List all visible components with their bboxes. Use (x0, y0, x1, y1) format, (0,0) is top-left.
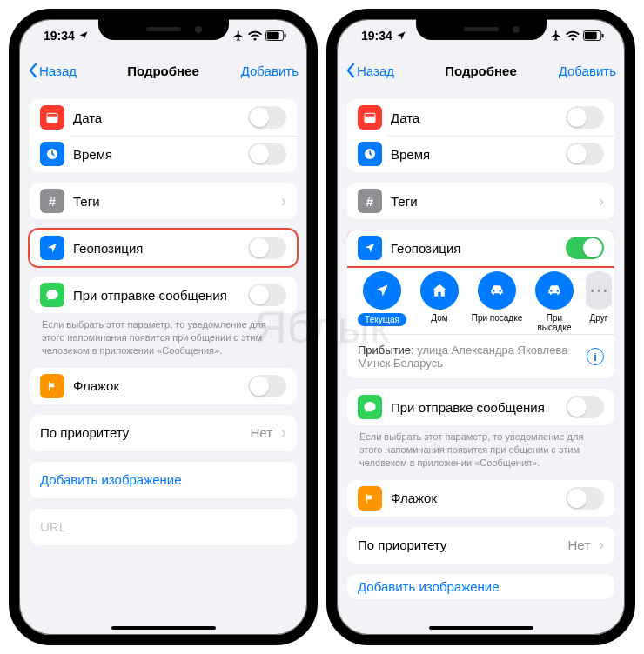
row-label: Дата (391, 110, 557, 125)
priority-value: Нет (250, 425, 272, 440)
location-option-other[interactable]: ⋯ Друг (586, 271, 612, 323)
info-icon[interactable]: i (587, 348, 604, 365)
toggle-messaging[interactable] (566, 396, 604, 418)
chevron-left-icon (28, 63, 37, 78)
location-option-getting-in[interactable]: При посадке (471, 271, 523, 323)
location-option-current[interactable]: Текущая (356, 271, 408, 326)
home-icon (420, 271, 459, 310)
row-tags[interactable]: # Теги › (30, 183, 297, 219)
row-date[interactable]: Дата (30, 99, 297, 136)
toggle-location[interactable] (248, 237, 286, 259)
clock-icon (40, 142, 64, 166)
row-label: Время (391, 147, 557, 162)
row-location[interactable]: Геопозиция (347, 230, 614, 266)
row-label: По приоритету (358, 537, 559, 552)
row-priority[interactable]: По приоритету Нет › (347, 527, 614, 564)
row-messaging[interactable]: При отправке сообщения (30, 277, 297, 313)
row-label: Геопозиция (391, 241, 557, 256)
row-url[interactable]: URL (30, 509, 297, 545)
group-priority: По приоритету Нет › (30, 415, 297, 451)
row-flag[interactable]: Флажок (30, 368, 297, 404)
toggle-time[interactable] (566, 143, 604, 165)
url-placeholder: URL (40, 519, 66, 534)
row-messaging[interactable]: При отправке сообщения (347, 389, 614, 425)
nav-bar: Назад Подробнее Добавить (337, 52, 625, 89)
svg-rect-2 (285, 34, 286, 38)
row-location[interactable]: Геопозиция (30, 230, 297, 266)
home-indicator[interactable] (111, 626, 216, 630)
group-add-image: Добавить изображение (30, 462, 297, 498)
toggle-flag[interactable] (566, 487, 604, 510)
toggle-location-on[interactable] (566, 237, 604, 259)
battery-icon (583, 30, 604, 41)
row-label: По приоритету (40, 425, 241, 440)
group-location-expanded: Геопозиция Текущая Дом (347, 230, 614, 378)
status-time: 19:34 (44, 29, 75, 43)
row-tags[interactable]: # Теги › (347, 183, 614, 219)
location-icon (40, 236, 64, 260)
airplane-icon (232, 30, 245, 42)
group-priority: По приоритету Нет › (347, 527, 614, 564)
arrival-label: Прибытие: (358, 344, 414, 357)
toggle-date[interactable] (248, 106, 286, 129)
location-option-getting-out[interactable]: При высадке (528, 271, 580, 332)
row-label: Флажок (391, 490, 557, 505)
content-left[interactable]: Дата Время # Теги › (19, 89, 307, 635)
group-flag: Флажок (30, 368, 297, 404)
add-image-link: Добавить изображение (40, 472, 182, 487)
nav-title: Подробнее (127, 63, 199, 78)
chevron-left-icon (345, 63, 355, 78)
group-flag: Флажок (347, 480, 614, 517)
location-arrow-icon (396, 30, 406, 41)
add-image-link: Добавить изображение (358, 579, 500, 594)
toggle-flag[interactable] (248, 375, 286, 397)
toggle-messaging[interactable] (248, 284, 286, 306)
nav-title: Подробнее (445, 63, 517, 78)
camera (195, 26, 202, 33)
camera (513, 26, 520, 33)
location-option-label: Текущая (358, 313, 406, 326)
location-option-label: Дом (431, 313, 447, 323)
back-button[interactable]: Назад (345, 63, 415, 78)
location-option-label: При высадке (528, 313, 580, 332)
row-add-image[interactable]: Добавить изображение (30, 462, 297, 498)
ellipsis-icon: ⋯ (586, 271, 612, 310)
home-indicator[interactable] (429, 626, 533, 630)
flag-icon (40, 374, 64, 398)
wifi-icon (566, 30, 580, 41)
location-options-scroll[interactable]: Текущая Дом При посадке (347, 266, 614, 334)
row-label: Теги (391, 194, 590, 209)
toggle-time[interactable] (248, 143, 286, 165)
row-date[interactable]: Дата (347, 99, 614, 136)
row-label: Время (73, 147, 239, 162)
row-time[interactable]: Время (347, 136, 614, 172)
arrow-icon (363, 271, 401, 310)
flag-icon (358, 486, 382, 511)
group-tags: # Теги › (30, 183, 297, 219)
add-button[interactable]: Добавить (547, 63, 616, 78)
svg-rect-8 (585, 32, 597, 39)
content-right[interactable]: Дата Время # Теги › (337, 89, 625, 635)
row-label: Теги (73, 194, 272, 209)
wifi-icon (248, 30, 262, 41)
toggle-date[interactable] (566, 106, 604, 129)
row-add-image[interactable]: Добавить изображение (347, 574, 614, 599)
speaker (464, 27, 499, 31)
group-tags: # Теги › (347, 183, 614, 219)
row-flag[interactable]: Флажок (347, 480, 614, 517)
group-datetime: Дата Время (30, 99, 297, 172)
row-time[interactable]: Время (30, 136, 297, 172)
calendar-icon (40, 105, 64, 130)
calendar-icon (358, 105, 382, 130)
location-option-home[interactable]: Дом (413, 271, 466, 323)
clock-icon (358, 142, 382, 166)
row-label: При отправке сообщения (391, 400, 557, 415)
phone-left: 19:34 Назад Подробнее Добавить Дата (9, 9, 318, 645)
add-button[interactable]: Добавить (229, 63, 299, 78)
car-icon (535, 271, 574, 310)
arrival-row[interactable]: Прибытие: улица Александра Яковлева Минс… (347, 334, 614, 378)
row-label: Геопозиция (73, 241, 239, 256)
row-priority[interactable]: По приоритету Нет › (30, 415, 297, 451)
back-button[interactable]: Назад (28, 63, 97, 78)
messaging-footer: Если выбрать этот параметр, то уведомлен… (347, 425, 614, 470)
